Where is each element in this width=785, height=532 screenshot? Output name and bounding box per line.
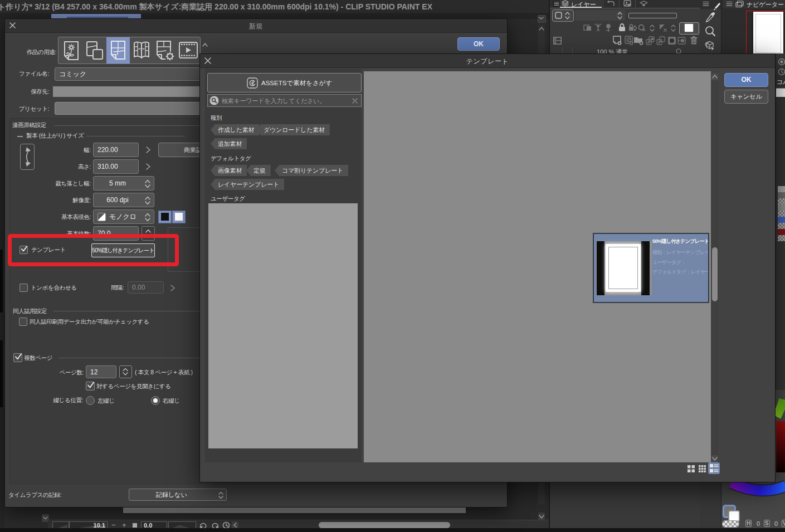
- palette-list-icon[interactable]: [553, 37, 562, 45]
- timelapse-combo[interactable]: 記録しない: [129, 489, 227, 501]
- page-count-stepper[interactable]: [119, 365, 132, 378]
- layer-menu-icon[interactable]: [553, 1, 560, 7]
- new-ok-button[interactable]: OK: [457, 37, 500, 51]
- color-mode-combo[interactable]: モノクロ: [93, 209, 154, 224]
- user-tag-list[interactable]: [208, 203, 358, 448]
- view-large-grid-icon[interactable]: [687, 465, 695, 473]
- template-list-area[interactable]: 50%隠し付きテンプレート 種類：レイヤーテンプレート ユーザータグ： デフォル…: [364, 71, 711, 462]
- usage-expand-icon[interactable]: [202, 43, 208, 47]
- new-folder-icon[interactable]: [633, 36, 644, 45]
- delete-layer-icon[interactable]: [690, 36, 698, 45]
- tag-layer-template[interactable]: レイヤーテンプレート: [211, 179, 284, 190]
- tag-additional-materials[interactable]: 追加素材: [211, 138, 247, 149]
- navigator-preview[interactable]: [723, 8, 785, 53]
- usage-webtoon[interactable]: [83, 38, 106, 62]
- template-ok-button[interactable]: OK: [724, 73, 768, 87]
- layer-tab-3[interactable]: [619, 0, 635, 7]
- page-count-input[interactable]: 12: [86, 365, 116, 378]
- navigator-menu-icon[interactable]: [726, 1, 733, 7]
- usage-animation[interactable]: [177, 38, 200, 62]
- new-dialog-titlebar[interactable]: 新規: [5, 19, 507, 33]
- layer-tab-2[interactable]: [603, 0, 619, 7]
- 3d-tool-icon[interactable]: [704, 40, 716, 51]
- view-list-button-selected[interactable]: [708, 462, 720, 474]
- template-dialog-titlebar[interactable]: テンプレート: [200, 54, 775, 68]
- clear-search-icon[interactable]: [352, 98, 358, 104]
- app-window: ト作り方* 3/12 (B4 257.00 x 364.00mm 製本サイズ:商…: [0, 0, 785, 532]
- opacity-slider[interactable]: [628, 13, 677, 18]
- binding-right-radio[interactable]: [151, 396, 160, 405]
- transparent-color-button[interactable]: [722, 520, 739, 528]
- page-note: ( 本文 8 ページ + 表紙 ): [135, 369, 193, 377]
- light-table-icon[interactable]: [594, 23, 602, 32]
- width-input[interactable]: 220.00: [93, 143, 139, 157]
- new-vector-layer-icon[interactable]: [624, 36, 633, 45]
- new-raster-layer-icon[interactable]: [612, 36, 622, 45]
- binding-size-collapse[interactable]: [17, 136, 23, 137]
- blend-mode-combo[interactable]: [575, 10, 625, 21]
- lock-transparent-icon[interactable]: [628, 23, 637, 32]
- tag-downloaded-materials[interactable]: ダウンロードした素材: [256, 124, 330, 135]
- usage-all-comic[interactable]: [130, 38, 153, 62]
- blend-mode-group[interactable]: [552, 9, 574, 22]
- tool-menu-icon[interactable]: [703, 1, 709, 7]
- resolution-combo[interactable]: 600 dpi: [93, 193, 154, 207]
- assets-search-button[interactable]: ASSETSで素材をさがす: [207, 73, 362, 92]
- usage-comic-settings[interactable]: [153, 38, 177, 62]
- spacing-input[interactable]: 0.00: [128, 281, 164, 294]
- doujin-checkbox[interactable]: [19, 318, 27, 326]
- transfer-down-icon[interactable]: [646, 36, 655, 45]
- palette-fragment-label: コパ: [777, 78, 785, 86]
- apply-mask-icon[interactable]: [677, 36, 687, 45]
- scroll-down-button[interactable]: [711, 455, 718, 462]
- color-mode-label: 基本表現色:: [38, 213, 91, 221]
- ruler-group[interactable]: [658, 23, 678, 33]
- pin-icon[interactable]: [604, 23, 613, 32]
- hue-ring-green-arc[interactable]: [777, 399, 783, 417]
- eyedropper-tool-icon[interactable]: [705, 12, 716, 23]
- width-preset-chevron-icon[interactable]: [146, 147, 150, 153]
- view-small-grid-icon[interactable]: [698, 465, 706, 473]
- sv-square[interactable]: [776, 421, 785, 472]
- binding-left-radio[interactable]: [86, 396, 95, 405]
- lock-icon[interactable]: [618, 23, 626, 32]
- scroll-up-button[interactable]: [711, 73, 718, 80]
- user-tag-section-label: ユーザータグ: [211, 195, 245, 203]
- height-preset-chevron-icon[interactable]: [146, 163, 150, 170]
- usage-comic-selected[interactable]: [106, 37, 130, 64]
- layer-color-button[interactable]: [679, 22, 699, 35]
- canvas-vscroll-collapse-button[interactable]: [538, 15, 546, 23]
- zoom-100-button[interactable]: [133, 523, 137, 528]
- tag-created-materials[interactable]: 作成した素材: [211, 124, 259, 135]
- tag-panel-template[interactable]: コマ割りテンプレート: [275, 165, 348, 176]
- statusbar-hscrollbar[interactable]: [319, 522, 450, 528]
- white-swatch-button[interactable]: [172, 211, 186, 223]
- layer-mask-icon[interactable]: [667, 36, 676, 45]
- merge-down-icon[interactable]: [656, 36, 665, 45]
- zoom-tool-icon[interactable]: [705, 26, 716, 37]
- template-card-selected[interactable]: 50%隠し付きテンプレート 種類：レイヤーテンプレート ユーザータグ： デフォル…: [593, 233, 709, 303]
- clip-to-layer-icon[interactable]: [583, 23, 592, 32]
- black-swatch-button[interactable]: [158, 211, 172, 223]
- template-cancel-button[interactable]: キャンセル: [724, 90, 768, 104]
- spacing-chevron-icon[interactable]: [170, 285, 175, 291]
- multi-page-checkbox[interactable]: [13, 353, 22, 362]
- tag-ruler[interactable]: 定規: [246, 165, 271, 176]
- tombo-checkbox[interactable]: [19, 284, 28, 292]
- pen-tool-icon[interactable]: [711, 1, 721, 9]
- tag-image-material[interactable]: 画像素材: [211, 165, 247, 176]
- circle-tool-icon-2: [778, 68, 785, 76]
- usage-illustration[interactable]: [60, 38, 83, 62]
- draft-layer-group[interactable]: [637, 23, 657, 33]
- swap-wh-button[interactable]: [20, 144, 35, 170]
- template-list-scrollbar[interactable]: [711, 71, 719, 462]
- scroll-thumb[interactable]: [712, 247, 718, 301]
- layer-tab-4[interactable]: [635, 0, 652, 7]
- layer-tab[interactable]: レイヤー: [560, 0, 602, 8]
- save-to-label: 保存先:: [11, 88, 49, 96]
- canvas-vscroll-down-button[interactable]: [538, 513, 545, 520]
- spread-checkbox[interactable]: [86, 382, 95, 391]
- height-input[interactable]: 310.00: [93, 159, 139, 174]
- search-field[interactable]: 検索キーワードを入力してください。: [207, 94, 362, 107]
- bleed-combo[interactable]: 5 mm: [93, 176, 154, 191]
